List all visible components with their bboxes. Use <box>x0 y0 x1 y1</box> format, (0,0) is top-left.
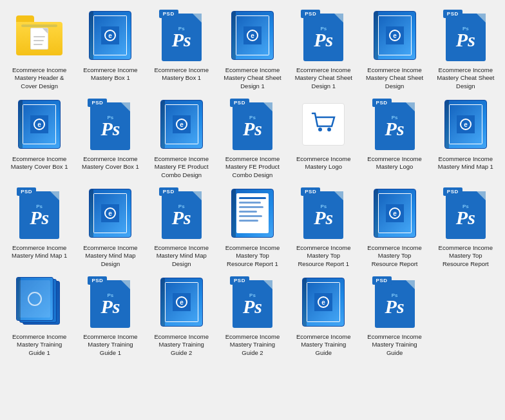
file-item-6[interactable]: eEcommerce Income Mastery Cheat Sheet De… <box>361 6 427 90</box>
file-item-1[interactable]: Ecommerce Income Mastery Header & Cover … <box>6 6 72 90</box>
file-label-3: Ecommerce Income Mastery Box 1 <box>153 66 211 82</box>
svg-point-16 <box>318 128 322 131</box>
file-icon-24: e <box>153 273 211 331</box>
file-icon-3: PSDPsPs <box>153 6 211 64</box>
file-item-23[interactable]: PSDPsPsEcommerce Income Mastery Training… <box>77 273 143 357</box>
svg-text:e: e <box>109 32 113 39</box>
svg-text:e: e <box>322 299 326 306</box>
file-item-22[interactable]: Ecommerce Income Mastery Training Guide … <box>6 273 72 357</box>
svg-text:e: e <box>393 32 397 39</box>
file-item-16[interactable]: eEcommerce Income Mastery Mind Map Desig… <box>77 184 143 268</box>
file-label-26: Ecommerce Income Mastery Training Guide <box>294 333 352 357</box>
file-label-16: Ecommerce Income Mastery Mind Map Design <box>81 244 139 268</box>
file-label-19: Ecommerce Income Mastery Top Resource Re… <box>294 244 352 268</box>
svg-text:e: e <box>251 32 254 39</box>
file-icon-19: PSDPsPs <box>294 184 352 242</box>
file-label-18: Ecommerce Income Mastery Top Resource Re… <box>224 244 281 268</box>
file-icon-27: PSDPsPs <box>366 273 424 331</box>
file-icon-7: PSDPsPs <box>437 6 495 64</box>
file-icon-6: e <box>366 6 424 64</box>
file-icon-8: e <box>10 95 68 153</box>
file-label-5: Ecommerce Income Mastery Cheat Sheet Des… <box>294 66 352 90</box>
file-item-25[interactable]: PSDPsPsEcommerce Income Mastery Training… <box>220 273 285 357</box>
file-icon-26: e <box>294 273 352 331</box>
file-label-2: Ecommerce Income Mastery Box 1 <box>81 66 139 82</box>
file-icon-18 <box>224 184 281 242</box>
file-item-24[interactable]: eEcommerce Income Mastery Training Guide… <box>149 273 214 357</box>
file-icon-25: PSDPsPs <box>224 273 281 331</box>
file-label-9: Ecommerce Income Mastery Cover Box 1 <box>81 155 139 171</box>
file-label-4: Ecommerce Income Mastery Cheat Sheet Des… <box>224 66 281 90</box>
file-icon-21: PSDPsPs <box>437 184 495 242</box>
file-icon-5: PSDPsPs <box>294 6 352 64</box>
file-item-3[interactable]: PSDPsPsEcommerce Income Mastery Box 1 <box>149 6 214 90</box>
file-icon-9: PSDPsPs <box>81 95 139 153</box>
svg-point-27 <box>28 292 41 305</box>
file-item-5[interactable]: PSDPsPsEcommerce Income Mastery Cheat Sh… <box>291 6 356 90</box>
file-item-14[interactable]: eEcommerce Income Mastery Mind Map 1 <box>433 95 499 179</box>
file-label-21: Ecommerce Income Mastery Top Resource Re… <box>437 244 495 268</box>
file-item-27[interactable]: PSDPsPsEcommerce Income Mastery Training… <box>361 273 427 357</box>
file-icon-13: PSDPsPs <box>366 95 424 153</box>
file-label-12: Ecommerce Income Mastery Logo <box>294 155 352 171</box>
file-item-20[interactable]: eEcommerce Income Mastery Top Resource R… <box>361 184 427 268</box>
file-item-19[interactable]: PSDPsPsEcommerce Income Mastery Top Reso… <box>291 184 356 268</box>
file-icon-2: e <box>81 6 139 64</box>
file-grid: Ecommerce Income Mastery Header & Cover … <box>0 0 505 363</box>
file-item-21[interactable]: PSDPsPsEcommerce Income Mastery Top Reso… <box>433 184 499 268</box>
file-item-7[interactable]: PSDPsPsEcommerce Income Mastery Cheat Sh… <box>433 6 499 90</box>
file-item-4[interactable]: eEcommerce Income Mastery Cheat Sheet De… <box>220 6 285 90</box>
file-label-1: Ecommerce Income Mastery Header & Cover … <box>10 66 68 90</box>
file-item-8[interactable]: eEcommerce Income Mastery Cover Box 1 <box>6 95 72 179</box>
file-label-25: Ecommerce Income Mastery Training Guide … <box>224 333 281 357</box>
file-item-11[interactable]: PSDPsPsEcommerce Income Mastery FE Produ… <box>220 95 285 179</box>
file-icon-14: e <box>437 95 495 153</box>
file-label-6: Ecommerce Income Mastery Cheat Sheet Des… <box>366 66 424 90</box>
file-label-10: Ecommerce Income Mastery FE Product Comb… <box>153 155 211 179</box>
svg-text:e: e <box>37 121 41 128</box>
file-item-26[interactable]: eEcommerce Income Mastery Training Guide <box>291 273 356 357</box>
file-item-15[interactable]: PSDPsPsEcommerce Income Mastery Mind Map… <box>6 184 72 268</box>
svg-text:e: e <box>393 210 397 217</box>
file-label-20: Ecommerce Income Mastery Top Resource Re… <box>366 244 424 268</box>
file-item-17[interactable]: PSDPsPsEcommerce Income Mastery Mind Map… <box>149 184 214 268</box>
file-icon-12 <box>294 95 352 153</box>
file-icon-10: e <box>153 95 211 153</box>
file-icon-22 <box>10 273 68 331</box>
svg-text:e: e <box>109 210 113 217</box>
file-item-12[interactable]: Ecommerce Income Mastery Logo <box>291 95 356 179</box>
file-label-23: Ecommerce Income Mastery Training Guide … <box>81 333 139 357</box>
file-label-13: Ecommerce Income Mastery Logo <box>366 155 424 171</box>
file-item-2[interactable]: eEcommerce Income Mastery Box 1 <box>77 6 143 90</box>
file-label-7: Ecommerce Income Mastery Cheat Sheet Des… <box>437 66 495 90</box>
svg-point-17 <box>327 128 331 131</box>
file-icon-16: e <box>81 184 139 242</box>
file-icon-15: PSDPsPs <box>10 184 68 242</box>
file-item-9[interactable]: PSDPsPsEcommerce Income Mastery Cover Bo… <box>77 95 143 179</box>
svg-text:e: e <box>180 121 184 128</box>
file-label-8: Ecommerce Income Mastery Cover Box 1 <box>10 155 68 171</box>
file-label-22: Ecommerce Income Mastery Training Guide … <box>10 333 68 357</box>
file-icon-17: PSDPsPs <box>153 184 211 242</box>
file-item-18[interactable]: Ecommerce Income Mastery Top Resource Re… <box>220 184 285 268</box>
svg-text:e: e <box>180 299 184 306</box>
file-label-15: Ecommerce Income Mastery Mind Map 1 <box>10 244 68 260</box>
file-icon-4: e <box>224 6 281 64</box>
file-icon-1 <box>10 6 68 64</box>
file-label-11: Ecommerce Income Mastery FE Product Comb… <box>224 155 281 179</box>
file-label-14: Ecommerce Income Mastery Mind Map 1 <box>437 155 495 171</box>
file-icon-20: e <box>366 184 424 242</box>
file-icon-11: PSDPsPs <box>224 95 281 153</box>
svg-text:e: e <box>464 121 468 128</box>
file-item-10[interactable]: eEcommerce Income Mastery FE Product Com… <box>149 95 214 179</box>
file-label-27: Ecommerce Income Mastery Training Guide <box>366 333 424 357</box>
file-icon-23: PSDPsPs <box>81 273 139 331</box>
file-item-13[interactable]: PSDPsPsEcommerce Income Mastery Logo <box>361 95 427 179</box>
file-label-17: Ecommerce Income Mastery Mind Map Design <box>153 244 211 268</box>
file-label-24: Ecommerce Income Mastery Training Guide … <box>153 333 211 357</box>
